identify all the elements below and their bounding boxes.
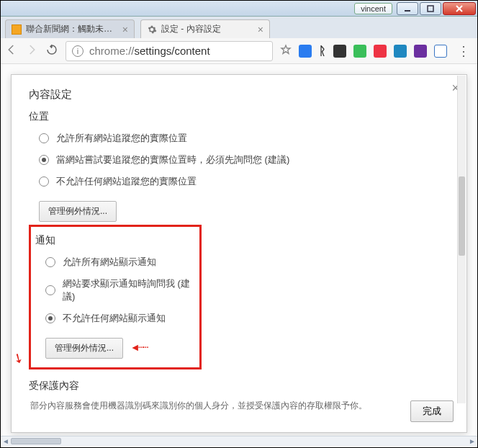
- notifications-highlight-box: 通知 允許所有網站顯示通知 網站要求顯示通知時詢問我 (建議) 不允許任何網站顯…: [29, 225, 202, 369]
- flipboard-icon[interactable]: [374, 45, 387, 58]
- evernote-icon[interactable]: [353, 45, 366, 58]
- favicon-icon: [12, 24, 22, 35]
- protected-description: 部分內容服務會使用機器識別碼來識別你的個人身分，並授受保護內容的存取權限予你。: [29, 400, 449, 412]
- tab-title: 聯合新聞網：觸動未來 新: [26, 23, 120, 35]
- back-button[interactable]: [5, 43, 18, 58]
- radio-label: 不允許任何網站追蹤您的實際位置: [56, 175, 197, 188]
- url-scheme: chrome://: [89, 45, 135, 57]
- scroll-right-icon[interactable]: ►: [467, 436, 477, 446]
- scroll-left-icon[interactable]: ◄: [1, 436, 11, 446]
- close-button[interactable]: [443, 2, 476, 15]
- extension-icon[interactable]: ᚱ: [319, 45, 326, 58]
- location-manage-exceptions-button[interactable]: 管理例外情況...: [39, 201, 117, 222]
- radio-label: 當網站嘗試要追蹤您的實際位置時，必須先詢問您 (建議): [56, 153, 289, 166]
- annotation-arrow-icon: ◄┄┄: [130, 341, 148, 353]
- section-notifications-heading: 通知: [35, 234, 195, 247]
- radio-label: 不允許任何網站顯示通知: [63, 312, 166, 325]
- tab-strip: 聯合新聞網：觸動未來 新 × 設定 - 內容設定 ×: [1, 17, 477, 38]
- bookmark-star-icon[interactable]: [280, 44, 292, 58]
- scrollbar-thumb[interactable]: [459, 176, 465, 256]
- extension-icon[interactable]: [394, 45, 407, 58]
- radio-label: 允許所有網站追蹤您的實際位置: [56, 132, 187, 145]
- notifications-radio-group: 允許所有網站顯示通知 網站要求顯示通知時詢問我 (建議) 不允許任何網站顯示通知: [35, 256, 195, 325]
- location-block-option[interactable]: 不允許任何網站追蹤您的實際位置: [39, 175, 449, 188]
- url-path: settings/content: [135, 45, 210, 57]
- radio-label: 網站要求顯示通知時詢問我 (建議): [63, 277, 195, 303]
- window-controls: [397, 2, 476, 15]
- dialog-scrollbar[interactable]: [457, 76, 466, 403]
- radio-icon: [45, 285, 55, 295]
- reload-button[interactable]: [45, 43, 58, 58]
- tab-close-icon[interactable]: ×: [122, 24, 128, 35]
- window-titlebar: vincent: [1, 1, 477, 17]
- radio-icon: [45, 313, 55, 323]
- notifications-ask-option[interactable]: 網站要求顯示通知時詢問我 (建議): [45, 277, 195, 303]
- section-location-heading: 位置: [29, 110, 449, 123]
- radio-label: 允許所有網站顯示通知: [63, 256, 156, 269]
- done-button[interactable]: 完成: [410, 400, 454, 422]
- site-info-icon[interactable]: i: [72, 45, 84, 57]
- tab-settings[interactable]: 設定 - 內容設定 ×: [140, 19, 270, 38]
- protected-content-section: 受保護內容 部分內容服務會使用機器識別碼來識別你的個人身分，並授受保護內容的存取…: [29, 380, 449, 412]
- user-chip[interactable]: vincent: [354, 3, 392, 14]
- svg-rect-1: [428, 6, 433, 12]
- location-ask-option[interactable]: 當網站嘗試要追蹤您的實際位置時，必須先詢問您 (建議): [39, 153, 449, 166]
- forward-button[interactable]: [25, 43, 38, 58]
- minimize-button[interactable]: [397, 2, 418, 15]
- tab-close-icon[interactable]: ×: [258, 24, 263, 35]
- radio-icon: [39, 176, 49, 187]
- window-horizontal-scrollbar[interactable]: ◄ ►: [1, 436, 477, 446]
- content-settings-dialog: × 內容設定 位置 允許所有網站追蹤您的實際位置 當網站嘗試要追蹤您的實際位置時…: [11, 74, 467, 433]
- notifications-manage-exceptions-button[interactable]: 管理例外情況...: [45, 338, 123, 359]
- notifications-allow-option[interactable]: 允許所有網站顯示通知: [45, 256, 195, 269]
- extension-icon[interactable]: [434, 45, 447, 58]
- dialog-title: 內容設定: [29, 88, 449, 102]
- omnibox[interactable]: i chrome://settings/content: [66, 41, 273, 61]
- tab-title: 設定 - 內容設定: [161, 23, 255, 35]
- onenote-icon[interactable]: [414, 45, 427, 58]
- gear-icon: [147, 24, 157, 35]
- scrollbar-thumb[interactable]: [11, 438, 61, 444]
- page-content: × 內容設定 位置 允許所有網站追蹤您的實際位置 當網站嘗試要追蹤您的實際位置時…: [1, 64, 477, 446]
- maximize-button[interactable]: [420, 2, 441, 15]
- location-allow-option[interactable]: 允許所有網站追蹤您的實際位置: [39, 132, 449, 145]
- tab-news[interactable]: 聯合新聞網：觸動未來 新 ×: [5, 19, 135, 38]
- radio-icon: [45, 257, 55, 267]
- toolbar: i chrome://settings/content ᚱ ⋮: [1, 38, 477, 64]
- radio-icon: [39, 155, 49, 165]
- extension-icon[interactable]: [333, 45, 346, 58]
- chrome-menu-icon[interactable]: ⋮: [454, 43, 473, 59]
- notifications-block-option[interactable]: 不允許任何網站顯示通知: [45, 312, 195, 325]
- location-radio-group: 允許所有網站追蹤您的實際位置 當網站嘗試要追蹤您的實際位置時，必須先詢問您 (建…: [29, 132, 449, 188]
- extension-icons: ᚱ: [299, 45, 447, 58]
- section-protected-heading: 受保護內容: [29, 380, 449, 393]
- extension-icon[interactable]: [299, 45, 312, 58]
- radio-icon: [39, 133, 49, 143]
